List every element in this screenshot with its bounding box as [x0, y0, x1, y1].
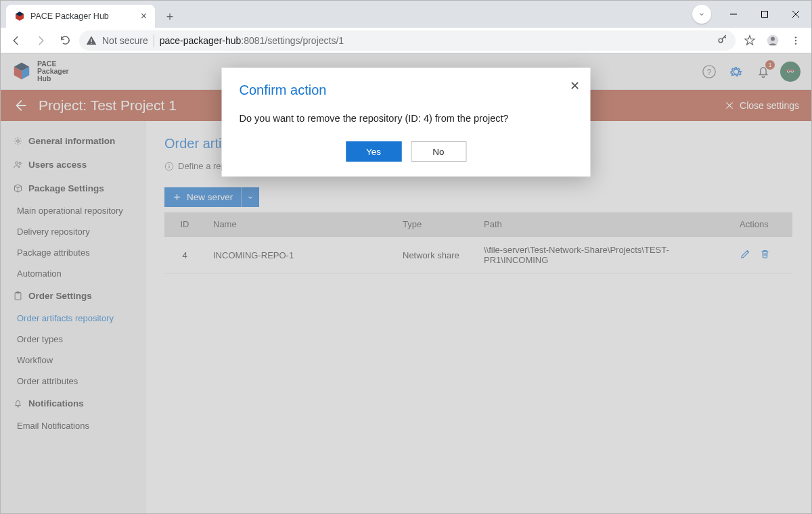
window-buttons — [692, 1, 811, 28]
profile-icon[interactable] — [763, 30, 783, 51]
no-button[interactable]: No — [411, 141, 466, 162]
svg-rect-1 — [762, 11, 768, 18]
svg-point-8 — [795, 39, 796, 41]
browser-address-bar: Not secure pace-packager-hub:8081/settin… — [1, 28, 811, 53]
svg-point-9 — [795, 43, 796, 44]
not-secure-label: Not secure — [102, 35, 148, 46]
window-close[interactable] — [780, 1, 811, 28]
modal-close-icon[interactable]: ✕ — [570, 78, 580, 93]
svg-point-7 — [795, 37, 796, 38]
bookmark-icon[interactable] — [740, 30, 760, 51]
url-input[interactable]: Not secure pace-packager-hub:8081/settin… — [79, 30, 736, 51]
new-tab-button[interactable]: + — [160, 7, 179, 26]
close-icon[interactable]: × — [141, 10, 147, 22]
separator — [154, 34, 154, 47]
window-titlebar: PACE Packager Hub × + — [1, 1, 811, 28]
window-maximize[interactable] — [749, 1, 780, 28]
svg-point-4 — [719, 39, 723, 43]
yes-button[interactable]: Yes — [346, 141, 401, 162]
cube-icon — [14, 11, 25, 22]
modal-title: Confirm action — [240, 83, 573, 98]
url-text: pace-packager-hub:8081/settings/projects… — [160, 35, 344, 46]
svg-point-6 — [771, 37, 775, 41]
window-minimize[interactable] — [718, 1, 749, 28]
chevron-down-icon[interactable] — [692, 5, 711, 24]
tab-title: PACE Packager Hub — [30, 11, 109, 21]
key-icon[interactable] — [717, 34, 729, 47]
nav-back-button[interactable] — [6, 30, 26, 51]
nav-forward-button — [30, 30, 51, 51]
nav-reload-button[interactable] — [55, 30, 75, 51]
kebab-icon[interactable] — [786, 30, 806, 51]
modal-message: Do you want to remove the repository (ID… — [240, 113, 573, 124]
browser-tabstrip: PACE Packager Hub × + — [1, 1, 692, 28]
confirm-modal: ✕ Confirm action Do you want to remove t… — [222, 68, 591, 177]
browser-tab[interactable]: PACE Packager Hub × — [6, 5, 155, 28]
warning-icon — [86, 35, 97, 46]
